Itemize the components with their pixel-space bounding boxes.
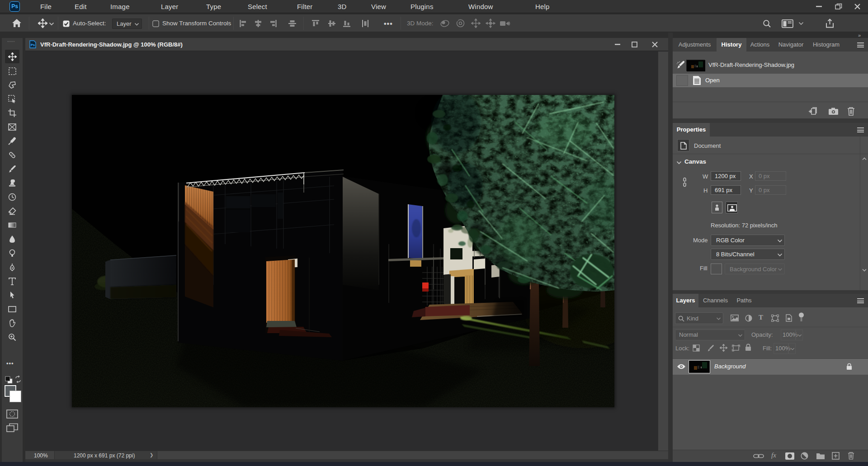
svg-text:Ps: Ps — [31, 43, 35, 47]
